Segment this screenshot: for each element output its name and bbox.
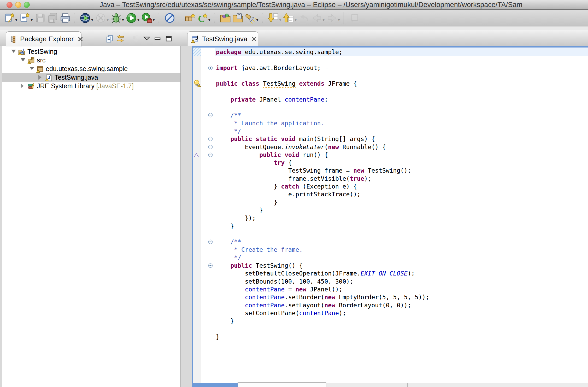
code-line[interactable]: * Launch the application. [215, 119, 588, 127]
code-line[interactable]: } catch (Exception e) { [215, 183, 588, 190]
annotation-ruler[interactable] [193, 48, 201, 387]
code-line[interactable]: e.printStackTrace(); [215, 190, 588, 198]
code-line[interactable]: public static void main(String[] args) { [215, 135, 588, 143]
close-icon[interactable] [77, 36, 84, 42]
run-external-tools-button[interactable] [140, 12, 153, 24]
link-with-editor-button[interactable] [115, 33, 126, 44]
code-line[interactable]: } [215, 206, 588, 214]
collapse-arrow-icon[interactable] [21, 58, 25, 61]
run-button[interactable] [125, 12, 138, 24]
code-line[interactable]: try { [215, 159, 588, 167]
fold-expand-marker[interactable] [208, 66, 213, 70]
code-line[interactable] [215, 103, 588, 111]
code-line[interactable]: TestSwing frame = new TestSwing(); [215, 167, 588, 174]
collapse-arrow-icon[interactable] [11, 50, 16, 53]
quickfix-warning-icon[interactable] [193, 80, 201, 87]
tree-item-edu-utexas-se-swing-sample[interactable]: edu.utexas.se.swing.sample [2, 64, 180, 73]
minimize-window-button[interactable] [15, 2, 21, 8]
tree-item-testswing-java[interactable]: TestSwing.java [2, 73, 180, 82]
fold-collapse-marker[interactable] [208, 137, 213, 141]
print-button[interactable] [59, 12, 72, 24]
code-line-current[interactable]: package edu.utexas.se.swing.sample; [215, 48, 588, 56]
code-line[interactable]: } [215, 333, 588, 341]
fold-collapse-marker[interactable] [208, 263, 213, 268]
code-line[interactable]: } [215, 198, 588, 206]
code-line[interactable]: contentPane.setLayout(new BorderLayout(0… [215, 301, 588, 309]
window-titlebar[interactable]: Java – TestSwing/src/edu/utexas/se/swing… [0, 0, 588, 10]
new-package-button[interactable] [184, 12, 196, 24]
code-line[interactable]: /** [215, 238, 588, 246]
tree-item-src[interactable]: src [2, 56, 180, 64]
tree-item-label: TestSwing.java [55, 73, 98, 82]
minimize-button[interactable] [152, 33, 163, 44]
expand-arrow-icon[interactable] [21, 84, 24, 88]
code-line[interactable]: import java.awt.BorderLayout;.. [215, 64, 588, 72]
code-line[interactable]: contentPane.setBorder(new EmptyBorder(5,… [215, 293, 588, 301]
run-external-tools-dropdown[interactable]: ▼ [152, 18, 155, 22]
tab-package-explorer[interactable]: Package Explorer [6, 31, 81, 46]
fold-collapse-marker[interactable] [208, 113, 213, 118]
code-line[interactable]: */ [215, 254, 588, 262]
code-line[interactable]: setContentPane(contentPane); [215, 309, 588, 317]
new-class-dropdown[interactable]: ▼ [208, 18, 211, 22]
override-indicator-icon[interactable] [193, 152, 199, 158]
collapse-arrow-icon[interactable] [30, 67, 34, 70]
new-button[interactable] [3, 12, 16, 24]
code-line[interactable] [215, 56, 588, 64]
search-button[interactable] [244, 12, 257, 24]
code-line[interactable] [215, 87, 588, 95]
code-line[interactable] [215, 325, 588, 333]
code-line[interactable]: } [215, 317, 588, 325]
code-line[interactable]: frame.setVisible(true); [215, 175, 588, 183]
zoom-window-button[interactable] [24, 2, 30, 8]
tree-item-label: JRE System Library [JavaSE-1.7] [37, 82, 134, 90]
close-icon[interactable] [251, 36, 257, 42]
open-task-button[interactable] [232, 12, 244, 24]
toolbar-separator [262, 13, 265, 23]
skip-breakpoints-button[interactable] [163, 12, 176, 24]
next-annotation-button[interactable] [283, 12, 295, 24]
new-dropdown[interactable]: ▼ [15, 18, 18, 22]
fold-collapse-marker[interactable] [208, 239, 213, 244]
code-line[interactable]: setDefaultCloseOperation(JFrame.EXIT_ON_… [215, 269, 588, 277]
close-window-button[interactable] [7, 2, 13, 8]
code-line[interactable]: public TestSwing() { [215, 262, 588, 269]
collapsed-imports-box[interactable]: .. [323, 65, 330, 71]
expand-arrow-icon[interactable] [38, 75, 42, 80]
code-area[interactable]: package edu.utexas.se.swing.sample; impo… [215, 48, 588, 387]
tab-testswing-java[interactable]: TestSwing.java [187, 31, 258, 46]
code-line[interactable]: public class TestSwing extends JFrame { [215, 80, 588, 87]
horizontal-scrollbar-thumb[interactable] [238, 382, 326, 387]
last-edit-location-button[interactable] [267, 12, 280, 24]
code-line[interactable]: private JPanel contentPane; [215, 96, 588, 103]
code-line[interactable]: }); [215, 214, 588, 222]
collapse-all-button[interactable] [104, 33, 115, 44]
code-line[interactable]: EventQueue.invokeLater(new Runnable() { [215, 143, 588, 151]
code-line[interactable]: /** [215, 111, 588, 119]
folding-ruler[interactable] [201, 48, 215, 387]
code-line[interactable] [215, 230, 588, 238]
debug-dropdown[interactable]: ▼ [121, 18, 125, 22]
code-line[interactable]: contentPane = new JPanel(); [215, 285, 588, 293]
code-line[interactable] [215, 72, 588, 80]
tree-item-testswing[interactable]: TestSwing [2, 47, 180, 56]
code-line[interactable]: } [215, 222, 588, 230]
new-menu-dropdown[interactable]: ▼ [30, 18, 33, 22]
open-type-button[interactable] [219, 12, 232, 24]
fold-collapse-marker[interactable] [208, 145, 213, 149]
new-class-button[interactable]: C [196, 12, 209, 24]
maximize-button[interactable] [163, 33, 174, 44]
code-line[interactable]: */ [215, 127, 588, 135]
new-menu-button[interactable] [19, 12, 31, 24]
code-line[interactable]: public void run() { [215, 151, 588, 159]
view-menu-button[interactable] [141, 33, 152, 44]
debug-button[interactable] [110, 12, 122, 24]
tree-item-jre-system-library[interactable]: JRE System Library [JavaSE-1.7] [2, 82, 180, 90]
code-line[interactable]: setBounds(100, 100, 450, 300); [215, 278, 588, 285]
search-dropdown[interactable]: ▼ [256, 18, 259, 22]
run-last-tool-dropdown[interactable]: ▼ [91, 18, 94, 22]
run-dropdown[interactable]: ▼ [137, 18, 140, 22]
run-last-tool-button[interactable] [79, 12, 92, 24]
fold-collapse-marker[interactable] [208, 153, 213, 157]
code-line[interactable]: * Create the frame. [215, 246, 588, 254]
